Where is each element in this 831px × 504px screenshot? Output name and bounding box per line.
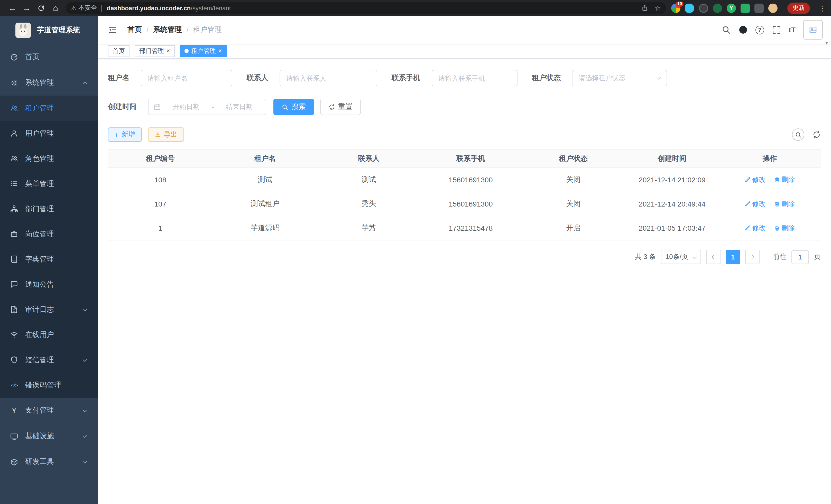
phone-input[interactable]: [432, 70, 517, 86]
sidebar-fold-button[interactable]: [105, 22, 120, 37]
sidebar-item-tenant[interactable]: 租户管理: [0, 95, 98, 121]
sidebar-item-devtools[interactable]: 研发工具: [0, 449, 98, 475]
list-icon: [10, 180, 18, 187]
sidebar-item-system[interactable]: 系统管理: [0, 70, 98, 95]
date-range-picker[interactable]: 开始日期 - 结束日期: [148, 99, 266, 115]
extension-icon-dark[interactable]: [699, 3, 708, 12]
goto-page-input[interactable]: [792, 250, 809, 264]
url-separator: [101, 4, 102, 11]
search-icon[interactable]: [721, 25, 731, 34]
security-label[interactable]: 不安全: [79, 4, 97, 12]
extension-badge: 10: [676, 1, 684, 6]
next-page-button[interactable]: [745, 250, 760, 264]
browser-forward-button[interactable]: →: [20, 1, 34, 15]
avatar-dropdown-caret[interactable]: ▾: [825, 40, 828, 46]
page-size-select[interactable]: 10条/页: [661, 250, 701, 264]
trash-icon: [774, 177, 780, 183]
breadcrumb-home[interactable]: 首页: [127, 25, 142, 34]
prev-page-button[interactable]: [706, 250, 720, 264]
sidebar-item-online-user[interactable]: 在线用户: [0, 322, 98, 347]
breadcrumb-system[interactable]: 系统管理: [153, 25, 182, 34]
help-icon[interactable]: ?: [755, 25, 764, 34]
browser-home-button[interactable]: ⌂: [48, 1, 63, 15]
extensions-puzzle-icon[interactable]: [754, 3, 764, 12]
browser-menu-icon[interactable]: ⋮: [819, 4, 826, 12]
search-button[interactable]: 搜索: [274, 99, 314, 115]
total-count: 共 3 条: [635, 252, 656, 262]
sidebar-item-infra[interactable]: 基础设施: [0, 423, 98, 449]
chevron-down-icon: [693, 255, 697, 259]
date-end-placeholder[interactable]: 结束日期: [218, 102, 261, 112]
fullscreen-icon[interactable]: [772, 25, 781, 34]
close-icon[interactable]: ×: [167, 47, 170, 55]
sidebar-item-home[interactable]: 首页: [0, 44, 98, 70]
extension-icon-chat[interactable]: [741, 3, 750, 12]
browser-back-button[interactable]: ←: [5, 1, 20, 15]
font-size-icon[interactable]: tT: [789, 26, 796, 34]
sidebar-item-dept[interactable]: 部门管理: [0, 196, 98, 221]
hamburger-fold-icon: [108, 25, 117, 34]
delete-button[interactable]: 删除: [774, 224, 795, 233]
sidebar-item-audit-log[interactable]: 审计日志: [0, 297, 98, 322]
cell-created: 2021-01-05 17:03:47: [625, 216, 719, 240]
sidebar-item-sms[interactable]: 短信管理: [0, 347, 98, 373]
chevron-left-icon: [712, 255, 716, 259]
cell-tenant-name: 芋道源码: [213, 216, 318, 240]
sidebar-item-dict[interactable]: 字典管理: [0, 246, 98, 272]
url-bar[interactable]: ⚠ 不安全 dashboard.yudao.iocoder.cn /system…: [66, 2, 666, 14]
sidebar-logo[interactable]: 芋道管理系统: [0, 16, 98, 44]
sidebar-item-error-code[interactable]: </> 错误码管理: [0, 373, 98, 398]
sidebar: 芋道管理系统 首页 系统管理 租户管理 用户管理: [0, 16, 98, 504]
github-icon[interactable]: [739, 25, 748, 34]
bookmark-star-icon[interactable]: ☆: [655, 4, 661, 12]
delete-button[interactable]: 删除: [774, 175, 795, 184]
browser-profile-avatar[interactable]: [768, 3, 778, 12]
sidebar-item-notice[interactable]: 通知公告: [0, 272, 98, 297]
sidebar-item-menu[interactable]: 菜单管理: [0, 171, 98, 196]
reload-icon: [37, 4, 45, 11]
sidebar-item-label: 通知公告: [25, 280, 54, 289]
tenant-name-input[interactable]: [141, 70, 232, 86]
sidebar-item-role[interactable]: 角色管理: [0, 146, 98, 171]
add-button[interactable]: + 新增: [108, 127, 142, 142]
status-select[interactable]: 请选择租户状态: [572, 70, 667, 86]
share-icon[interactable]: [641, 5, 648, 11]
sidebar-item-label: 部门管理: [25, 204, 54, 213]
date-start-placeholder[interactable]: 开始日期: [165, 102, 208, 112]
edit-label: 修改: [752, 199, 766, 209]
export-button[interactable]: 导出: [148, 127, 184, 142]
edit-button[interactable]: 修改: [745, 175, 766, 184]
browser-reload-button[interactable]: [34, 1, 48, 15]
tab-tenant[interactable]: 租户管理 ×: [180, 45, 227, 57]
sidebar-item-post[interactable]: 岗位管理: [0, 221, 98, 246]
sidebar-item-payment[interactable]: ¥ 支付管理: [0, 398, 98, 423]
tab-home[interactable]: 首页: [108, 45, 130, 57]
extension-icon-green[interactable]: [713, 3, 722, 12]
add-label: 新增: [121, 130, 135, 139]
browser-update-button[interactable]: 更新: [787, 2, 810, 13]
delete-button[interactable]: 删除: [774, 199, 795, 209]
sidebar-item-user[interactable]: 用户管理: [0, 121, 98, 146]
close-icon[interactable]: ×: [219, 47, 222, 55]
chevron-right-icon: [750, 255, 754, 259]
edit-button[interactable]: 修改: [745, 199, 766, 209]
col-tenant-id: 租户编号: [108, 149, 213, 168]
refresh-table-icon[interactable]: [812, 130, 821, 139]
cell-contact: 秃头: [318, 192, 420, 216]
extension-icon-y[interactable]: Y: [727, 3, 736, 12]
extension-icon-drop[interactable]: [685, 3, 694, 12]
status-placeholder: 请选择租户状态: [579, 73, 625, 83]
dashboard-icon: [10, 53, 18, 61]
extension-icon-multicolor[interactable]: 10: [671, 3, 681, 12]
show-search-toggle-button[interactable]: [792, 128, 804, 141]
tab-dept[interactable]: 部门管理 ×: [135, 45, 175, 57]
reset-button[interactable]: 重置: [320, 99, 361, 115]
cell-phone: 15601691300: [420, 192, 521, 216]
contact-input[interactable]: [280, 70, 377, 86]
user-avatar[interactable]: [803, 20, 823, 39]
trash-icon: [774, 225, 780, 231]
breadcrumb-separator: /: [146, 26, 148, 34]
edit-button[interactable]: 修改: [745, 224, 766, 233]
page-number-1[interactable]: 1: [726, 250, 740, 264]
contact-label: 联系人: [247, 73, 268, 83]
